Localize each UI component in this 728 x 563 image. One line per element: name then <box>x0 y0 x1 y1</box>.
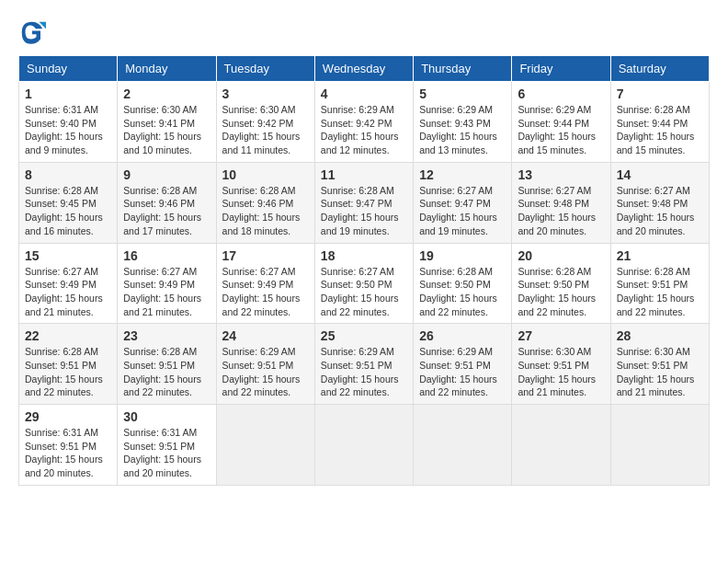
calendar-week-row: 8Sunrise: 6:28 AMSunset: 9:45 PMDaylight… <box>19 162 710 243</box>
day-number: 7 <box>617 86 703 101</box>
calendar-day-cell: 26Sunrise: 6:29 AMSunset: 9:51 PMDayligh… <box>414 324 512 405</box>
calendar-day-cell: 16Sunrise: 6:27 AMSunset: 9:49 PMDayligh… <box>118 243 216 324</box>
calendar-empty-cell <box>512 405 610 486</box>
day-number: 8 <box>25 167 111 182</box>
calendar-day-cell: 1Sunrise: 6:31 AMSunset: 9:40 PMDaylight… <box>19 82 118 163</box>
calendar-day-cell: 28Sunrise: 6:30 AMSunset: 9:51 PMDayligh… <box>610 324 709 405</box>
day-info: Sunrise: 6:29 AMSunset: 9:51 PMDaylight:… <box>222 345 309 399</box>
calendar-table: SundayMondayTuesdayWednesdayThursdayFrid… <box>18 55 710 486</box>
day-info: Sunrise: 6:28 AMSunset: 9:46 PMDaylight:… <box>123 184 210 238</box>
calendar-day-cell: 14Sunrise: 6:27 AMSunset: 9:48 PMDayligh… <box>610 162 709 243</box>
day-info: Sunrise: 6:31 AMSunset: 9:51 PMDaylight:… <box>123 426 210 480</box>
calendar-day-cell: 3Sunrise: 6:30 AMSunset: 9:42 PMDaylight… <box>216 82 314 163</box>
day-info: Sunrise: 6:28 AMSunset: 9:50 PMDaylight:… <box>419 265 506 319</box>
calendar-day-cell: 29Sunrise: 6:31 AMSunset: 9:51 PMDayligh… <box>19 405 118 486</box>
calendar-day-cell: 30Sunrise: 6:31 AMSunset: 9:51 PMDayligh… <box>118 405 216 486</box>
calendar-day-cell: 4Sunrise: 6:29 AMSunset: 9:42 PMDaylight… <box>314 82 413 163</box>
calendar-empty-cell <box>314 405 413 486</box>
day-info: Sunrise: 6:31 AMSunset: 9:40 PMDaylight:… <box>25 103 111 157</box>
day-number: 14 <box>617 167 703 182</box>
calendar-day-cell: 7Sunrise: 6:28 AMSunset: 9:44 PMDaylight… <box>610 82 709 163</box>
day-number: 23 <box>123 328 210 343</box>
weekday-header-friday: Friday <box>512 56 610 82</box>
calendar-day-cell: 22Sunrise: 6:28 AMSunset: 9:51 PMDayligh… <box>19 324 118 405</box>
weekday-header-row: SundayMondayTuesdayWednesdayThursdayFrid… <box>19 56 710 82</box>
weekday-header-saturday: Saturday <box>610 56 709 82</box>
calendar-empty-cell <box>610 405 709 486</box>
day-info: Sunrise: 6:28 AMSunset: 9:44 PMDaylight:… <box>617 103 703 157</box>
day-number: 3 <box>222 86 309 101</box>
day-info: Sunrise: 6:30 AMSunset: 9:51 PMDaylight:… <box>617 345 703 399</box>
day-number: 17 <box>222 248 309 263</box>
calendar-day-cell: 15Sunrise: 6:27 AMSunset: 9:49 PMDayligh… <box>19 243 118 324</box>
day-info: Sunrise: 6:27 AMSunset: 9:49 PMDaylight:… <box>222 265 309 319</box>
day-info: Sunrise: 6:28 AMSunset: 9:51 PMDaylight:… <box>25 345 111 399</box>
calendar-week-row: 15Sunrise: 6:27 AMSunset: 9:49 PMDayligh… <box>19 243 710 324</box>
calendar-day-cell: 24Sunrise: 6:29 AMSunset: 9:51 PMDayligh… <box>216 324 314 405</box>
day-info: Sunrise: 6:28 AMSunset: 9:51 PMDaylight:… <box>617 265 703 319</box>
weekday-header-monday: Monday <box>118 56 216 82</box>
weekday-header-thursday: Thursday <box>414 56 512 82</box>
day-info: Sunrise: 6:29 AMSunset: 9:44 PMDaylight:… <box>518 103 604 157</box>
day-info: Sunrise: 6:30 AMSunset: 9:41 PMDaylight:… <box>123 103 210 157</box>
day-number: 12 <box>419 167 506 182</box>
day-info: Sunrise: 6:28 AMSunset: 9:46 PMDaylight:… <box>222 184 309 238</box>
day-info: Sunrise: 6:29 AMSunset: 9:42 PMDaylight:… <box>321 103 407 157</box>
day-number: 9 <box>123 167 210 182</box>
day-number: 4 <box>321 86 407 101</box>
day-number: 1 <box>25 86 111 101</box>
logo <box>18 18 50 46</box>
calendar-day-cell: 9Sunrise: 6:28 AMSunset: 9:46 PMDaylight… <box>118 162 216 243</box>
day-number: 24 <box>222 328 309 343</box>
day-info: Sunrise: 6:30 AMSunset: 9:51 PMDaylight:… <box>518 345 604 399</box>
calendar-day-cell: 23Sunrise: 6:28 AMSunset: 9:51 PMDayligh… <box>118 324 216 405</box>
day-number: 13 <box>518 167 604 182</box>
day-info: Sunrise: 6:28 AMSunset: 9:51 PMDaylight:… <box>123 345 210 399</box>
day-info: Sunrise: 6:31 AMSunset: 9:51 PMDaylight:… <box>25 426 111 480</box>
day-number: 28 <box>617 328 703 343</box>
day-number: 6 <box>518 86 604 101</box>
day-number: 19 <box>419 248 506 263</box>
calendar-day-cell: 5Sunrise: 6:29 AMSunset: 9:43 PMDaylight… <box>414 82 512 163</box>
day-info: Sunrise: 6:27 AMSunset: 9:49 PMDaylight:… <box>25 265 111 319</box>
calendar-empty-cell <box>216 405 314 486</box>
calendar-day-cell: 13Sunrise: 6:27 AMSunset: 9:48 PMDayligh… <box>512 162 610 243</box>
day-number: 21 <box>617 248 703 263</box>
calendar-day-cell: 27Sunrise: 6:30 AMSunset: 9:51 PMDayligh… <box>512 324 610 405</box>
day-info: Sunrise: 6:29 AMSunset: 9:43 PMDaylight:… <box>419 103 506 157</box>
calendar-day-cell: 19Sunrise: 6:28 AMSunset: 9:50 PMDayligh… <box>414 243 512 324</box>
day-info: Sunrise: 6:27 AMSunset: 9:48 PMDaylight:… <box>518 184 604 238</box>
day-number: 29 <box>25 409 111 424</box>
day-number: 15 <box>25 248 111 263</box>
day-number: 18 <box>321 248 407 263</box>
day-info: Sunrise: 6:27 AMSunset: 9:47 PMDaylight:… <box>419 184 506 238</box>
day-number: 2 <box>123 86 210 101</box>
weekday-header-wednesday: Wednesday <box>314 56 413 82</box>
day-number: 10 <box>222 167 309 182</box>
day-info: Sunrise: 6:28 AMSunset: 9:45 PMDaylight:… <box>25 184 111 238</box>
calendar-day-cell: 25Sunrise: 6:29 AMSunset: 9:51 PMDayligh… <box>314 324 413 405</box>
calendar-empty-cell <box>414 405 512 486</box>
day-info: Sunrise: 6:30 AMSunset: 9:42 PMDaylight:… <box>222 103 309 157</box>
day-info: Sunrise: 6:28 AMSunset: 9:47 PMDaylight:… <box>321 184 407 238</box>
calendar-day-cell: 6Sunrise: 6:29 AMSunset: 9:44 PMDaylight… <box>512 82 610 163</box>
day-number: 16 <box>123 248 210 263</box>
weekday-header-tuesday: Tuesday <box>216 56 314 82</box>
calendar-day-cell: 11Sunrise: 6:28 AMSunset: 9:47 PMDayligh… <box>314 162 413 243</box>
page-header <box>18 18 710 46</box>
calendar-week-row: 22Sunrise: 6:28 AMSunset: 9:51 PMDayligh… <box>19 324 710 405</box>
calendar-day-cell: 21Sunrise: 6:28 AMSunset: 9:51 PMDayligh… <box>610 243 709 324</box>
logo-icon <box>18 18 46 46</box>
calendar-day-cell: 10Sunrise: 6:28 AMSunset: 9:46 PMDayligh… <box>216 162 314 243</box>
day-info: Sunrise: 6:29 AMSunset: 9:51 PMDaylight:… <box>321 345 407 399</box>
calendar-day-cell: 20Sunrise: 6:28 AMSunset: 9:50 PMDayligh… <box>512 243 610 324</box>
calendar-day-cell: 8Sunrise: 6:28 AMSunset: 9:45 PMDaylight… <box>19 162 118 243</box>
calendar-day-cell: 12Sunrise: 6:27 AMSunset: 9:47 PMDayligh… <box>414 162 512 243</box>
calendar-day-cell: 17Sunrise: 6:27 AMSunset: 9:49 PMDayligh… <box>216 243 314 324</box>
day-number: 5 <box>419 86 506 101</box>
day-info: Sunrise: 6:29 AMSunset: 9:51 PMDaylight:… <box>419 345 506 399</box>
calendar-week-row: 1Sunrise: 6:31 AMSunset: 9:40 PMDaylight… <box>19 82 710 163</box>
day-number: 22 <box>25 328 111 343</box>
calendar-day-cell: 18Sunrise: 6:27 AMSunset: 9:50 PMDayligh… <box>314 243 413 324</box>
day-number: 11 <box>321 167 407 182</box>
